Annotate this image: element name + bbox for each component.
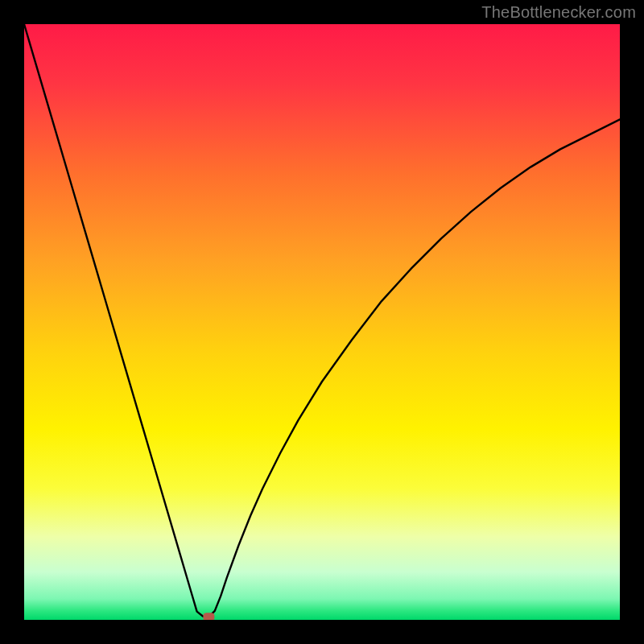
chart-container: TheBottlenecker.com xyxy=(0,0,644,644)
chart-svg xyxy=(24,24,620,620)
optimal-marker xyxy=(203,613,214,620)
attribution-label: TheBottlenecker.com xyxy=(481,3,636,22)
gradient-background xyxy=(24,24,620,620)
plot-area xyxy=(24,24,620,620)
